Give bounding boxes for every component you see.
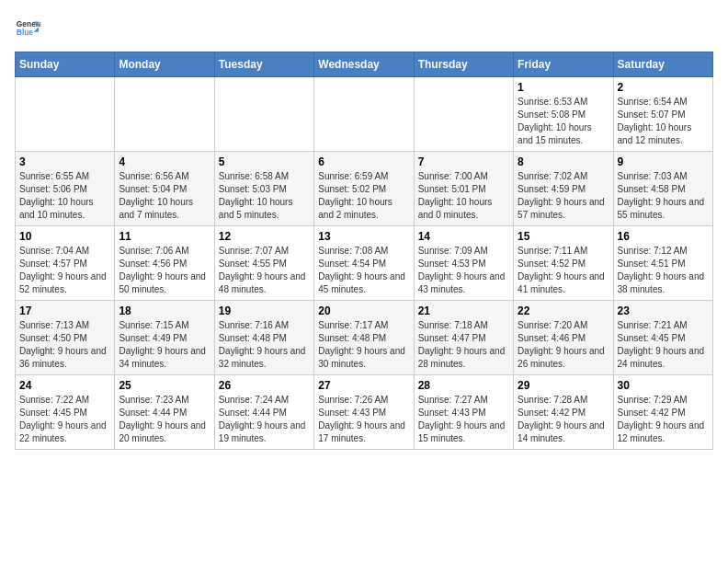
calendar-cell: 5Sunrise: 6:58 AM Sunset: 5:03 PM Daylig… [214, 152, 313, 226]
calendar-cell: 19Sunrise: 7:16 AM Sunset: 4:48 PM Dayli… [214, 301, 313, 375]
day-number: 16 [618, 230, 709, 243]
calendar-cell: 2Sunrise: 6:54 AM Sunset: 5:07 PM Daylig… [613, 77, 712, 152]
calendar-cell [16, 77, 115, 152]
day-info: Sunrise: 7:07 AM Sunset: 4:55 PM Dayligh… [219, 245, 310, 296]
logo: General Blue [15, 15, 40, 40]
calendar-cell: 23Sunrise: 7:21 AM Sunset: 4:45 PM Dayli… [613, 301, 712, 375]
weekday-header-friday: Friday [514, 52, 613, 77]
day-number: 26 [219, 379, 310, 392]
calendar-cell: 17Sunrise: 7:13 AM Sunset: 4:50 PM Dayli… [16, 301, 115, 375]
day-number: 1 [518, 81, 609, 94]
day-number: 20 [318, 304, 409, 317]
day-number: 17 [19, 304, 110, 317]
calendar-table: SundayMondayTuesdayWednesdayThursdayFrid… [15, 52, 713, 450]
calendar-week-5: 24Sunrise: 7:22 AM Sunset: 4:45 PM Dayli… [16, 375, 713, 450]
day-number: 9 [618, 155, 709, 168]
day-number: 30 [618, 379, 709, 392]
day-info: Sunrise: 7:17 AM Sunset: 4:48 PM Dayligh… [318, 319, 409, 371]
calendar-cell: 28Sunrise: 7:27 AM Sunset: 4:43 PM Dayli… [414, 375, 513, 450]
day-info: Sunrise: 6:55 AM Sunset: 5:06 PM Dayligh… [19, 170, 110, 222]
calendar-cell: 25Sunrise: 7:23 AM Sunset: 4:44 PM Dayli… [115, 375, 214, 450]
day-info: Sunrise: 7:26 AM Sunset: 4:43 PM Dayligh… [318, 394, 409, 445]
calendar-cell: 18Sunrise: 7:15 AM Sunset: 4:49 PM Dayli… [115, 301, 214, 375]
calendar-cell: 16Sunrise: 7:12 AM Sunset: 4:51 PM Dayli… [613, 226, 712, 301]
calendar-cell: 10Sunrise: 7:04 AM Sunset: 4:57 PM Dayli… [16, 226, 115, 301]
day-number: 21 [418, 304, 509, 317]
day-number: 22 [518, 304, 609, 317]
svg-text:Blue: Blue [17, 28, 33, 37]
day-info: Sunrise: 7:21 AM Sunset: 4:45 PM Dayligh… [618, 319, 709, 371]
day-number: 14 [418, 230, 509, 243]
weekday-header-saturday: Saturday [613, 52, 712, 77]
calendar-cell: 3Sunrise: 6:55 AM Sunset: 5:06 PM Daylig… [16, 152, 115, 226]
calendar-cell [214, 77, 313, 152]
day-number: 3 [19, 155, 110, 168]
day-number: 4 [119, 155, 210, 168]
day-number: 11 [119, 230, 210, 243]
day-info: Sunrise: 7:18 AM Sunset: 4:47 PM Dayligh… [418, 319, 509, 371]
calendar-cell: 12Sunrise: 7:07 AM Sunset: 4:55 PM Dayli… [214, 226, 313, 301]
day-number: 24 [19, 379, 110, 392]
day-info: Sunrise: 7:12 AM Sunset: 4:51 PM Dayligh… [618, 245, 709, 296]
logo-icon: General Blue [15, 15, 40, 40]
calendar-cell: 22Sunrise: 7:20 AM Sunset: 4:46 PM Dayli… [514, 301, 613, 375]
day-info: Sunrise: 7:20 AM Sunset: 4:46 PM Dayligh… [518, 319, 609, 371]
day-info: Sunrise: 7:13 AM Sunset: 4:50 PM Dayligh… [19, 319, 110, 371]
calendar-cell: 20Sunrise: 7:17 AM Sunset: 4:48 PM Dayli… [314, 301, 414, 375]
day-number: 12 [219, 230, 310, 243]
day-info: Sunrise: 7:27 AM Sunset: 4:43 PM Dayligh… [418, 394, 509, 445]
day-info: Sunrise: 7:11 AM Sunset: 4:52 PM Dayligh… [518, 245, 609, 296]
day-number: 8 [518, 155, 609, 168]
day-info: Sunrise: 7:23 AM Sunset: 4:44 PM Dayligh… [119, 394, 210, 445]
weekday-header-monday: Monday [115, 52, 214, 77]
day-info: Sunrise: 7:04 AM Sunset: 4:57 PM Dayligh… [19, 245, 110, 296]
weekday-header-tuesday: Tuesday [214, 52, 313, 77]
day-info: Sunrise: 7:06 AM Sunset: 4:56 PM Dayligh… [119, 245, 210, 296]
day-info: Sunrise: 7:16 AM Sunset: 4:48 PM Dayligh… [219, 319, 310, 371]
day-number: 27 [318, 379, 409, 392]
day-number: 15 [518, 230, 609, 243]
calendar-cell: 9Sunrise: 7:03 AM Sunset: 4:58 PM Daylig… [613, 152, 712, 226]
day-info: Sunrise: 7:09 AM Sunset: 4:53 PM Dayligh… [418, 245, 509, 296]
weekday-header-thursday: Thursday [414, 52, 513, 77]
calendar-cell: 6Sunrise: 6:59 AM Sunset: 5:02 PM Daylig… [314, 152, 414, 226]
calendar-cell: 21Sunrise: 7:18 AM Sunset: 4:47 PM Dayli… [414, 301, 513, 375]
calendar-cell: 13Sunrise: 7:08 AM Sunset: 4:54 PM Dayli… [314, 226, 414, 301]
day-info: Sunrise: 6:56 AM Sunset: 5:04 PM Dayligh… [119, 170, 210, 222]
calendar-cell [115, 77, 214, 152]
calendar-cell: 26Sunrise: 7:24 AM Sunset: 4:44 PM Dayli… [214, 375, 313, 450]
day-info: Sunrise: 7:02 AM Sunset: 4:59 PM Dayligh… [518, 170, 609, 222]
calendar-cell: 1Sunrise: 6:53 AM Sunset: 5:08 PM Daylig… [514, 77, 613, 152]
day-info: Sunrise: 6:54 AM Sunset: 5:07 PM Dayligh… [618, 96, 709, 147]
day-info: Sunrise: 7:00 AM Sunset: 5:01 PM Dayligh… [418, 170, 509, 222]
calendar-cell: 27Sunrise: 7:26 AM Sunset: 4:43 PM Dayli… [314, 375, 414, 450]
day-info: Sunrise: 7:24 AM Sunset: 4:44 PM Dayligh… [219, 394, 310, 445]
calendar-cell: 7Sunrise: 7:00 AM Sunset: 5:01 PM Daylig… [414, 152, 513, 226]
day-number: 23 [618, 304, 709, 317]
calendar-week-3: 10Sunrise: 7:04 AM Sunset: 4:57 PM Dayli… [16, 226, 713, 301]
day-info: Sunrise: 6:58 AM Sunset: 5:03 PM Dayligh… [219, 170, 310, 222]
day-number: 10 [19, 230, 110, 243]
day-number: 19 [219, 304, 310, 317]
calendar-cell: 29Sunrise: 7:28 AM Sunset: 4:42 PM Dayli… [514, 375, 613, 450]
calendar-cell: 14Sunrise: 7:09 AM Sunset: 4:53 PM Dayli… [414, 226, 513, 301]
calendar-cell: 4Sunrise: 6:56 AM Sunset: 5:04 PM Daylig… [115, 152, 214, 226]
day-number: 29 [518, 379, 609, 392]
day-number: 18 [119, 304, 210, 317]
calendar-cell [414, 77, 513, 152]
day-info: Sunrise: 7:08 AM Sunset: 4:54 PM Dayligh… [318, 245, 409, 296]
day-info: Sunrise: 7:29 AM Sunset: 4:42 PM Dayligh… [618, 394, 709, 445]
day-number: 25 [119, 379, 210, 392]
weekday-header-sunday: Sunday [16, 52, 115, 77]
day-info: Sunrise: 7:28 AM Sunset: 4:42 PM Dayligh… [518, 394, 609, 445]
day-info: Sunrise: 7:03 AM Sunset: 4:58 PM Dayligh… [618, 170, 709, 222]
weekday-header-wednesday: Wednesday [314, 52, 414, 77]
day-number: 13 [318, 230, 409, 243]
day-number: 7 [418, 155, 509, 168]
calendar-cell: 15Sunrise: 7:11 AM Sunset: 4:52 PM Dayli… [514, 226, 613, 301]
calendar-week-4: 17Sunrise: 7:13 AM Sunset: 4:50 PM Dayli… [16, 301, 713, 375]
calendar-week-2: 3Sunrise: 6:55 AM Sunset: 5:06 PM Daylig… [16, 152, 713, 226]
day-info: Sunrise: 6:53 AM Sunset: 5:08 PM Dayligh… [518, 96, 609, 147]
page-header: General Blue [15, 15, 713, 40]
calendar-cell: 24Sunrise: 7:22 AM Sunset: 4:45 PM Dayli… [16, 375, 115, 450]
